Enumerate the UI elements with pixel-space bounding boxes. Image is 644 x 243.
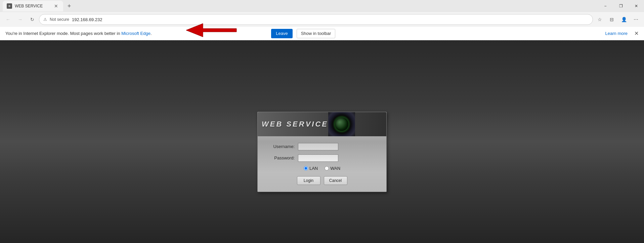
- refresh-button[interactable]: ↻: [27, 14, 38, 25]
- wan-label: WAN: [330, 166, 340, 171]
- ie-banner-period: .: [151, 31, 152, 36]
- ie-banner-message: You're in Internet Explorer mode. Most p…: [5, 31, 121, 36]
- svg-point-1: [8, 5, 10, 7]
- browser-chrome: WEB SERVICE ✕ + − ❐ ✕ ← → ↻ ⚠ Not secure…: [0, 0, 644, 40]
- camera-icon: [328, 112, 355, 136]
- wan-radio[interactable]: [325, 166, 329, 171]
- back-button[interactable]: ←: [3, 14, 13, 25]
- leave-button[interactable]: Leave: [271, 29, 292, 38]
- address-bar: ← → ↻ ⚠ Not secure 192.168.69.232 ☆ ⊟ 👤 …: [0, 12, 644, 27]
- ie-banner-text: You're in Internet Explorer mode. Most p…: [5, 31, 267, 36]
- button-row: Login Cancel: [268, 176, 376, 185]
- ie-banner-edge-link[interactable]: Microsoft Edge: [121, 31, 151, 36]
- settings-icon[interactable]: ⋯: [631, 14, 641, 25]
- favorites-icon[interactable]: ☆: [594, 14, 605, 25]
- dialog-header: WEB SERVICE: [258, 112, 386, 136]
- restore-button[interactable]: ❐: [613, 0, 629, 12]
- password-input[interactable]: [298, 154, 338, 162]
- lan-label: LAN: [309, 166, 318, 171]
- tab-bar: WEB SERVICE ✕ + − ❐ ✕: [0, 0, 644, 12]
- password-label: Password:: [268, 155, 295, 160]
- tab-title: WEB SERVICE: [15, 4, 43, 8]
- dialog-title: WEB SERVICE: [262, 120, 328, 129]
- login-dialog: WEB SERVICE Username: Password: LAN: [257, 112, 387, 192]
- minimize-button[interactable]: −: [598, 0, 613, 12]
- banner-close-button[interactable]: ✕: [634, 30, 639, 37]
- address-field[interactable]: ⚠ Not secure 192.168.69.232: [39, 14, 593, 25]
- network-type-row: LAN WAN: [268, 166, 376, 171]
- login-button[interactable]: Login: [297, 176, 320, 185]
- active-tab[interactable]: WEB SERVICE ✕: [3, 1, 63, 11]
- security-warning-icon: ⚠: [43, 17, 47, 22]
- page-content: WEB SERVICE Username: Password: LAN: [0, 40, 644, 243]
- tab-close-button[interactable]: ✕: [53, 3, 59, 9]
- url-text: 192.168.69.232: [72, 17, 589, 22]
- collections-icon[interactable]: ⊟: [606, 14, 617, 25]
- password-row: Password:: [268, 154, 376, 162]
- username-input[interactable]: [298, 143, 338, 150]
- lan-radio[interactable]: [304, 166, 308, 171]
- show-in-toolbar-button[interactable]: Show in toolbar: [297, 29, 336, 38]
- ie-mode-banner: You're in Internet Explorer mode. Most p…: [0, 27, 644, 40]
- dialog-body: Username: Password: LAN WAN Login C: [258, 136, 386, 192]
- lan-option[interactable]: LAN: [304, 166, 318, 171]
- forward-button[interactable]: →: [15, 14, 26, 25]
- cancel-button[interactable]: Cancel: [324, 176, 347, 185]
- username-label: Username:: [268, 144, 295, 149]
- profile-icon[interactable]: 👤: [618, 14, 629, 25]
- not-secure-label: Not secure: [50, 17, 69, 22]
- window-controls: − ❐ ✕: [598, 0, 644, 12]
- new-tab-button[interactable]: +: [65, 1, 74, 11]
- wan-option[interactable]: WAN: [325, 166, 340, 171]
- toolbar-icons: ☆ ⊟ 👤 ⋯: [594, 14, 641, 25]
- tab-favicon: [7, 3, 12, 9]
- learn-more-link[interactable]: Learn more: [605, 31, 628, 36]
- close-button[interactable]: ✕: [629, 0, 644, 12]
- username-row: Username:: [268, 143, 376, 150]
